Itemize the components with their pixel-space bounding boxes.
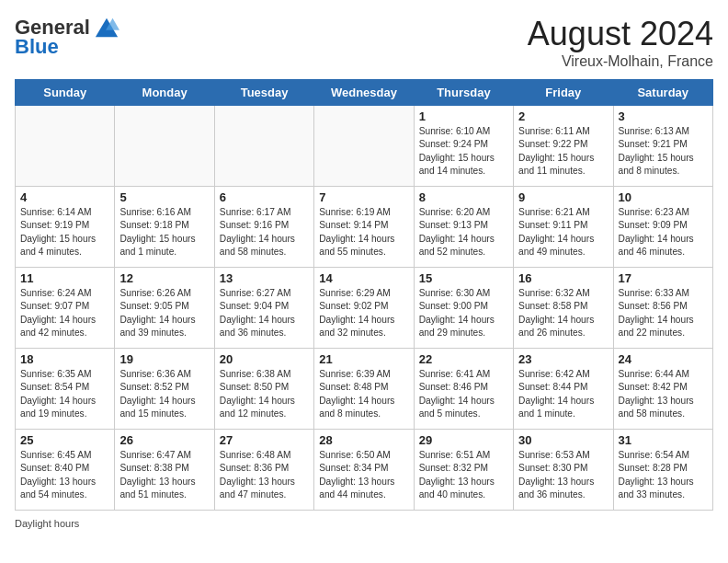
day-header-tuesday: Tuesday	[214, 80, 313, 106]
cal-cell: 30Sunrise: 6:53 AM Sunset: 8:30 PM Dayli…	[514, 430, 613, 511]
day-header-monday: Monday	[115, 80, 214, 106]
logo-blue-text: Blue	[15, 35, 59, 59]
day-number: 26	[119, 433, 209, 447]
day-number: 16	[518, 271, 608, 285]
daylight-hours-label: Daylight hours	[15, 518, 79, 529]
cell-text: Sunrise: 6:23 AM Sunset: 9:09 PM Dayligh…	[619, 206, 708, 259]
cal-cell: 25Sunrise: 6:45 AM Sunset: 8:40 PM Dayli…	[16, 430, 115, 511]
cal-cell: 28Sunrise: 6:50 AM Sunset: 8:34 PM Dayli…	[314, 430, 414, 511]
day-number: 17	[619, 271, 708, 285]
cell-text: Sunrise: 6:13 AM Sunset: 9:21 PM Dayligh…	[619, 125, 708, 178]
cell-text: Sunrise: 6:14 AM Sunset: 9:19 PM Dayligh…	[20, 206, 109, 259]
cal-cell	[16, 106, 115, 187]
calendar-table: SundayMondayTuesdayWednesdayThursdayFrid…	[15, 79, 713, 511]
cell-text: Sunrise: 6:38 AM Sunset: 8:50 PM Dayligh…	[220, 368, 309, 420]
cal-cell: 27Sunrise: 6:48 AM Sunset: 8:36 PM Dayli…	[214, 430, 313, 511]
day-number: 29	[419, 433, 508, 447]
cal-cell: 16Sunrise: 6:32 AM Sunset: 8:58 PM Dayli…	[514, 268, 613, 349]
month-year: August 2024	[528, 15, 713, 53]
day-number: 10	[619, 190, 708, 204]
cell-text: Sunrise: 6:47 AM Sunset: 8:38 PM Dayligh…	[119, 449, 209, 501]
cell-text: Sunrise: 6:11 AM Sunset: 9:22 PM Dayligh…	[518, 125, 608, 178]
day-number: 15	[419, 271, 508, 285]
footer: Daylight hours	[15, 518, 713, 529]
cell-text: Sunrise: 6:45 AM Sunset: 8:40 PM Dayligh…	[20, 449, 109, 501]
day-number: 7	[319, 190, 408, 204]
cell-text: Sunrise: 6:17 AM Sunset: 9:16 PM Dayligh…	[220, 206, 309, 259]
cal-cell: 21Sunrise: 6:39 AM Sunset: 8:48 PM Dayli…	[314, 349, 414, 430]
cal-cell: 12Sunrise: 6:26 AM Sunset: 9:05 PM Dayli…	[115, 268, 214, 349]
cell-text: Sunrise: 6:48 AM Sunset: 8:36 PM Dayligh…	[220, 449, 309, 501]
day-number: 3	[619, 109, 708, 123]
cal-cell: 10Sunrise: 6:23 AM Sunset: 9:09 PM Dayli…	[613, 187, 712, 268]
day-number: 23	[518, 352, 608, 366]
cell-text: Sunrise: 6:27 AM Sunset: 9:04 PM Dayligh…	[220, 287, 309, 339]
day-number: 21	[319, 352, 408, 366]
day-number: 2	[518, 109, 608, 123]
cell-text: Sunrise: 6:39 AM Sunset: 8:48 PM Dayligh…	[319, 368, 408, 420]
day-number: 18	[20, 352, 109, 366]
day-number: 8	[419, 190, 508, 204]
cell-text: Sunrise: 6:50 AM Sunset: 8:34 PM Dayligh…	[319, 449, 408, 501]
cell-text: Sunrise: 6:30 AM Sunset: 9:00 PM Dayligh…	[419, 287, 508, 339]
day-number: 25	[20, 433, 109, 447]
cal-cell: 20Sunrise: 6:38 AM Sunset: 8:50 PM Dayli…	[214, 349, 313, 430]
day-header-sunday: Sunday	[16, 80, 115, 106]
day-number: 6	[220, 190, 309, 204]
cal-cell: 5Sunrise: 6:16 AM Sunset: 9:18 PM Daylig…	[115, 187, 214, 268]
cal-cell: 22Sunrise: 6:41 AM Sunset: 8:46 PM Dayli…	[414, 349, 513, 430]
day-number: 19	[119, 352, 209, 366]
cal-cell: 24Sunrise: 6:44 AM Sunset: 8:42 PM Dayli…	[613, 349, 712, 430]
day-number: 30	[518, 433, 608, 447]
cell-text: Sunrise: 6:51 AM Sunset: 8:32 PM Dayligh…	[419, 449, 508, 501]
day-number: 14	[319, 271, 408, 285]
cal-cell	[115, 106, 214, 187]
day-number: 5	[119, 190, 209, 204]
cell-text: Sunrise: 6:42 AM Sunset: 8:44 PM Dayligh…	[518, 368, 608, 420]
cal-cell: 11Sunrise: 6:24 AM Sunset: 9:07 PM Dayli…	[16, 268, 115, 349]
cal-cell: 14Sunrise: 6:29 AM Sunset: 9:02 PM Dayli…	[314, 268, 414, 349]
day-number: 1	[419, 109, 508, 123]
cell-text: Sunrise: 6:20 AM Sunset: 9:13 PM Dayligh…	[419, 206, 508, 259]
day-number: 22	[419, 352, 508, 366]
cell-text: Sunrise: 6:19 AM Sunset: 9:14 PM Dayligh…	[319, 206, 408, 259]
cal-cell: 9Sunrise: 6:21 AM Sunset: 9:11 PM Daylig…	[514, 187, 613, 268]
day-header-thursday: Thursday	[414, 80, 513, 106]
day-number: 20	[220, 352, 309, 366]
logo: General Blue	[15, 15, 119, 59]
cal-cell: 18Sunrise: 6:35 AM Sunset: 8:54 PM Dayli…	[16, 349, 115, 430]
day-number: 27	[220, 433, 309, 447]
title-block: August 2024 Vireux-Molhain, France	[528, 15, 713, 70]
cell-text: Sunrise: 6:24 AM Sunset: 9:07 PM Dayligh…	[20, 287, 109, 339]
cell-text: Sunrise: 6:33 AM Sunset: 8:56 PM Dayligh…	[619, 287, 708, 339]
page-header: General Blue August 2024 Vireux-Molhain,…	[15, 15, 713, 70]
cell-text: Sunrise: 6:21 AM Sunset: 9:11 PM Dayligh…	[518, 206, 608, 259]
cal-cell: 1Sunrise: 6:10 AM Sunset: 9:24 PM Daylig…	[414, 106, 513, 187]
cal-cell: 29Sunrise: 6:51 AM Sunset: 8:32 PM Dayli…	[414, 430, 513, 511]
day-number: 31	[619, 433, 708, 447]
cal-cell: 15Sunrise: 6:30 AM Sunset: 9:00 PM Dayli…	[414, 268, 513, 349]
location: Vireux-Molhain, France	[528, 53, 713, 70]
day-number: 24	[619, 352, 708, 366]
cell-text: Sunrise: 6:35 AM Sunset: 8:54 PM Dayligh…	[20, 368, 109, 420]
day-number: 9	[518, 190, 608, 204]
cal-cell	[214, 106, 313, 187]
day-number: 28	[319, 433, 408, 447]
cal-cell: 17Sunrise: 6:33 AM Sunset: 8:56 PM Dayli…	[613, 268, 712, 349]
cell-text: Sunrise: 6:41 AM Sunset: 8:46 PM Dayligh…	[419, 368, 508, 420]
cal-cell: 23Sunrise: 6:42 AM Sunset: 8:44 PM Dayli…	[514, 349, 613, 430]
cell-text: Sunrise: 6:16 AM Sunset: 9:18 PM Dayligh…	[119, 206, 209, 259]
cell-text: Sunrise: 6:44 AM Sunset: 8:42 PM Dayligh…	[619, 368, 708, 420]
day-number: 13	[220, 271, 309, 285]
day-number: 12	[119, 271, 209, 285]
cal-cell: 8Sunrise: 6:20 AM Sunset: 9:13 PM Daylig…	[414, 187, 513, 268]
cell-text: Sunrise: 6:54 AM Sunset: 8:28 PM Dayligh…	[619, 449, 708, 501]
cell-text: Sunrise: 6:36 AM Sunset: 8:52 PM Dayligh…	[119, 368, 209, 420]
day-header-friday: Friday	[514, 80, 613, 106]
day-number: 11	[20, 271, 109, 285]
cal-cell: 26Sunrise: 6:47 AM Sunset: 8:38 PM Dayli…	[115, 430, 214, 511]
cell-text: Sunrise: 6:10 AM Sunset: 9:24 PM Dayligh…	[419, 125, 508, 178]
cal-cell: 31Sunrise: 6:54 AM Sunset: 8:28 PM Dayli…	[613, 430, 712, 511]
cell-text: Sunrise: 6:26 AM Sunset: 9:05 PM Dayligh…	[119, 287, 209, 339]
cal-cell: 19Sunrise: 6:36 AM Sunset: 8:52 PM Dayli…	[115, 349, 214, 430]
